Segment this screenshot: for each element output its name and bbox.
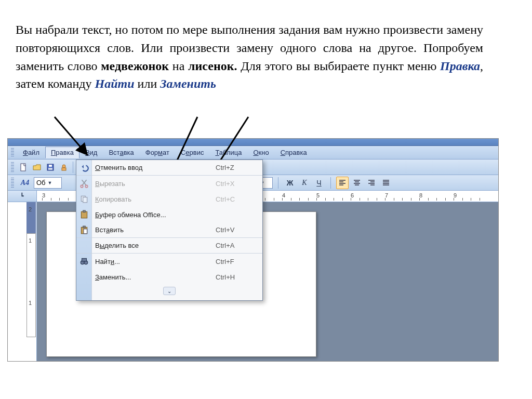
vertical-ruler[interactable]: 211 [8,202,37,361]
permissions-icon[interactable] [58,161,70,174]
undo-icon [79,163,89,172]
align-right-icon[interactable] [365,177,378,189]
svg-rect-3 [48,168,52,170]
grip-icon [11,178,14,188]
menuitem-label: Копировать [95,195,216,203]
grip-icon [11,148,14,157]
menu-service[interactable]: Сервис [175,147,210,158]
separator [330,177,331,189]
ruler-corner-icon[interactable]: ┗ [8,191,37,202]
menuitem-replace[interactable]: Заменить... Ctrl+H [76,269,262,285]
separator [73,162,73,173]
shortcut-label: Ctrl+F [216,258,262,265]
menuitem-label: Вставить [95,226,216,234]
paste-icon [79,225,89,235]
svg-rect-29 [83,210,86,212]
menuitem-label: Буфер обмена Office... [95,211,216,219]
save-icon[interactable] [44,161,57,174]
italic-button[interactable]: К [298,177,311,189]
ruler-label: 2 [29,206,32,212]
chevron-down-icon: ⌄ [163,287,176,295]
menu-file[interactable]: Файл [17,147,45,158]
svg-point-25 [85,185,88,188]
underline-button[interactable]: Ч [313,177,325,189]
menuitem-paste[interactable]: Вставить Ctrl+V [76,222,262,238]
menuitem-label: Выделить все [95,242,216,249]
cut-icon [79,179,89,188]
menuitem-label: Найти... [95,258,216,265]
svg-point-24 [81,185,83,188]
svg-rect-32 [84,229,87,234]
shortcut-label: Ctrl+A [216,242,262,249]
menu-edit[interactable]: Правка [45,147,79,158]
svg-rect-27 [83,197,87,203]
menuitem-undo[interactable]: Отменить ввод Ctrl+Z [76,160,262,176]
svg-rect-5 [62,168,66,170]
menu-help[interactable]: Справка [275,147,313,158]
styles-pane-icon[interactable]: A4 [18,177,32,189]
shortcut-label: Ctrl+V [216,226,262,234]
menuitem-cut[interactable]: Вырезать Ctrl+X [76,176,262,191]
menu-window[interactable]: Окно [247,147,274,158]
style-combo[interactable]: Об▼ [34,177,62,189]
expand-menu-button[interactable]: ⌄ [76,285,262,297]
svg-rect-2 [49,165,52,167]
menu-table[interactable]: Таблица [209,147,247,158]
separator [278,177,278,189]
bold-button[interactable]: Ж [284,177,296,189]
menuitem-find[interactable]: Найти... Ctrl+F [76,254,262,269]
ruler-label: 1 [29,237,32,244]
menuitem-copy[interactable]: Копировать Ctrl+C [76,191,262,207]
shortcut-label: Ctrl+X [216,180,262,188]
copy-icon [79,194,89,204]
menu-insert[interactable]: Вставка [103,147,139,158]
edit-dropdown: Отменить ввод Ctrl+Z Вырезать Ctrl+X Коп… [76,159,263,301]
shortcut-label: Ctrl+Z [216,164,262,171]
svg-rect-28 [81,211,87,218]
svg-rect-35 [82,258,87,261]
align-center-icon[interactable] [351,177,363,189]
menu-format[interactable]: Формат [140,147,175,158]
chevron-down-icon: ▼ [48,180,52,185]
align-justify-icon[interactable] [380,177,392,189]
word-window: Файл Правка Вид Вставка Формат Сервис Та… [7,138,499,362]
shortcut-label: Ctrl+C [216,195,262,203]
titlebar [8,139,498,146]
menubar: Файл Правка Вид Вставка Формат Сервис Та… [8,146,498,159]
align-left-icon[interactable] [336,177,349,189]
menuitem-label: Вырезать [95,180,216,188]
menuitem-label: Отменить ввод [95,164,216,171]
svg-rect-31 [83,226,86,228]
explanation-text: Вы набрали текст, но потом по мере выпол… [16,21,483,93]
new-doc-icon[interactable] [17,161,30,174]
menu-view[interactable]: Вид [79,147,103,158]
binoculars-icon [79,257,89,266]
menuitem-label: Заменить... [95,273,216,281]
menuitem-select-all[interactable]: Выделить все Ctrl+A [76,238,262,254]
svg-point-4 [62,165,65,168]
ruler-label: 1 [29,300,32,306]
menuitem-office-clipboard[interactable]: Буфер обмена Office... [76,207,262,222]
shortcut-label: Ctrl+H [216,273,262,281]
open-icon[interactable] [31,161,43,174]
svg-rect-0 [21,164,25,171]
clipboard-icon [79,210,89,219]
grip-icon [11,162,14,172]
